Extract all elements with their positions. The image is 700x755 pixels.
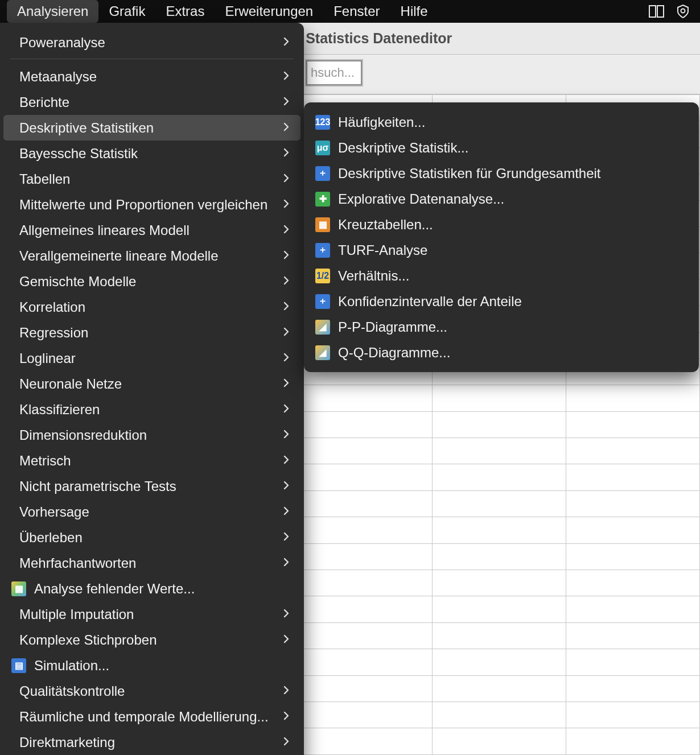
- chevron-right-icon: [283, 532, 291, 543]
- menu-item[interactable]: Korrelation: [3, 294, 300, 320]
- menu-item[interactable]: Nicht parametrische Tests: [3, 473, 300, 499]
- menu-item[interactable]: Loglinear: [3, 345, 300, 371]
- menu-item[interactable]: Neuronale Netze: [3, 371, 300, 397]
- crosstab-icon: ▦: [315, 217, 330, 232]
- table-cell[interactable]: [299, 570, 433, 596]
- menu-item[interactable]: Komplexe Stichproben: [3, 627, 300, 653]
- table-cell[interactable]: [433, 464, 566, 490]
- submenu-item[interactable]: ＋Konfidenzintervalle der Anteile: [307, 288, 695, 314]
- ratio-icon: 1/2: [315, 269, 330, 283]
- menu-item[interactable]: Klassifizieren: [3, 397, 300, 422]
- table-cell[interactable]: [433, 675, 566, 702]
- submenu-item[interactable]: ＋Deskriptive Statistiken für Grundgesamt…: [307, 160, 695, 186]
- table-cell[interactable]: [299, 649, 433, 675]
- table-cell[interactable]: [566, 702, 700, 728]
- menu-item[interactable]: Regression: [3, 320, 300, 345]
- table-cell[interactable]: [299, 490, 433, 517]
- menu-analysieren[interactable]: Analysieren: [7, 0, 98, 23]
- split-view-icon[interactable]: [649, 3, 665, 19]
- table-cell[interactable]: [566, 490, 700, 517]
- missing-values-icon: ▦: [11, 581, 26, 596]
- chevron-right-icon: [283, 199, 291, 211]
- menu-item[interactable]: Metaanalyse: [3, 64, 300, 89]
- table-cell[interactable]: [299, 438, 433, 464]
- menu-item[interactable]: ▦Analyse fehlender Werte...: [3, 576, 300, 601]
- menu-item[interactable]: Berichte: [3, 89, 300, 115]
- table-cell[interactable]: [566, 675, 700, 702]
- chevron-right-icon: [283, 609, 291, 620]
- table-cell[interactable]: [566, 385, 700, 411]
- table-cell[interactable]: [299, 622, 433, 649]
- table-cell[interactable]: [566, 464, 700, 490]
- table-cell[interactable]: [433, 490, 566, 517]
- table-cell[interactable]: [299, 702, 433, 728]
- table-cell[interactable]: [566, 649, 700, 675]
- table-cell[interactable]: [433, 596, 566, 622]
- table-cell[interactable]: [566, 622, 700, 649]
- submenu-item[interactable]: μσDeskriptive Statistik...: [307, 135, 695, 160]
- menu-fenster[interactable]: Fenster: [323, 0, 390, 23]
- submenu-item[interactable]: ◢P-P-Diagramme...: [307, 314, 695, 340]
- menu-item[interactable]: Dimensionsreduktion: [3, 422, 300, 448]
- table-cell[interactable]: [299, 675, 433, 702]
- table-cell[interactable]: [433, 649, 566, 675]
- table-cell[interactable]: [299, 728, 433, 755]
- menu-item[interactable]: Multiple Imputation: [3, 601, 300, 627]
- submenu-item[interactable]: 123Häufigkeiten...: [307, 109, 695, 135]
- table-cell[interactable]: [566, 596, 700, 622]
- shield-icon[interactable]: [675, 3, 691, 19]
- menu-item-label: Analyse fehlender Werte...: [34, 581, 291, 597]
- menu-item[interactable]: Vorhersage: [3, 499, 300, 525]
- menu-item[interactable]: Mittelwerte und Proportionen vergleichen: [3, 192, 300, 217]
- chevron-right-icon: [283, 455, 291, 467]
- submenu-item[interactable]: ✚Explorative Datenanalyse...: [307, 186, 695, 212]
- menu-item[interactable]: Qualitätskontrolle: [3, 678, 300, 704]
- table-cell[interactable]: [299, 517, 433, 543]
- menu-item[interactable]: Allgemeines lineares Modell: [3, 217, 300, 243]
- svg-rect-1: [657, 6, 664, 17]
- table-cell[interactable]: [433, 570, 566, 596]
- menu-item[interactable]: Poweranalyse: [3, 30, 300, 55]
- table-cell[interactable]: [299, 411, 433, 438]
- menu-item[interactable]: Überleben: [3, 525, 300, 550]
- menu-item[interactable]: Bayessche Statistik: [3, 141, 300, 166]
- table-cell[interactable]: [433, 411, 566, 438]
- table-cell[interactable]: [566, 411, 700, 438]
- menu-hilfe[interactable]: Hilfe: [390, 0, 438, 23]
- submenu-item-label: Verhältnis...: [338, 268, 686, 284]
- table-cell[interactable]: [433, 543, 566, 570]
- menu-item[interactable]: Tabellen: [3, 166, 300, 192]
- submenu-item[interactable]: ▦Kreuztabellen...: [307, 212, 695, 237]
- menu-erweiterungen[interactable]: Erweiterungen: [215, 0, 323, 23]
- table-cell[interactable]: [433, 728, 566, 755]
- submenu-item[interactable]: 1/2Verhältnis...: [307, 263, 695, 288]
- table-cell[interactable]: [433, 438, 566, 464]
- menu-item[interactable]: Räumliche und temporale Modellierung...: [3, 704, 300, 729]
- search-input[interactable]: hsuch...: [306, 60, 362, 85]
- menu-item[interactable]: Mehrfachantworten: [3, 550, 300, 576]
- table-cell[interactable]: [566, 438, 700, 464]
- table-cell[interactable]: [433, 517, 566, 543]
- table-cell[interactable]: [299, 385, 433, 411]
- submenu-item[interactable]: ＋TURF-Analyse: [307, 237, 695, 263]
- table-cell[interactable]: [566, 517, 700, 543]
- submenu-item[interactable]: ◢Q-Q-Diagramme...: [307, 340, 695, 365]
- table-cell[interactable]: [299, 464, 433, 490]
- menu-item[interactable]: ▤Simulation...: [3, 653, 300, 678]
- menu-grafik[interactable]: Grafik: [98, 0, 155, 23]
- table-cell[interactable]: [433, 622, 566, 649]
- table-cell[interactable]: [433, 385, 566, 411]
- table-cell[interactable]: [566, 570, 700, 596]
- table-cell[interactable]: [299, 543, 433, 570]
- menu-item[interactable]: Metrisch: [3, 448, 300, 473]
- menu-item-label: Komplexe Stichproben: [19, 632, 275, 648]
- table-cell[interactable]: [433, 702, 566, 728]
- table-cell[interactable]: [566, 543, 700, 570]
- menu-item[interactable]: Direktmarketing: [3, 729, 300, 755]
- menu-extras[interactable]: Extras: [155, 0, 215, 23]
- table-cell[interactable]: [299, 596, 433, 622]
- menu-item[interactable]: Gemischte Modelle: [3, 269, 300, 294]
- menu-item[interactable]: Deskriptive Statistiken: [3, 115, 300, 141]
- menu-item[interactable]: Verallgemeinerte lineare Modelle: [3, 243, 300, 269]
- table-cell[interactable]: [566, 728, 700, 755]
